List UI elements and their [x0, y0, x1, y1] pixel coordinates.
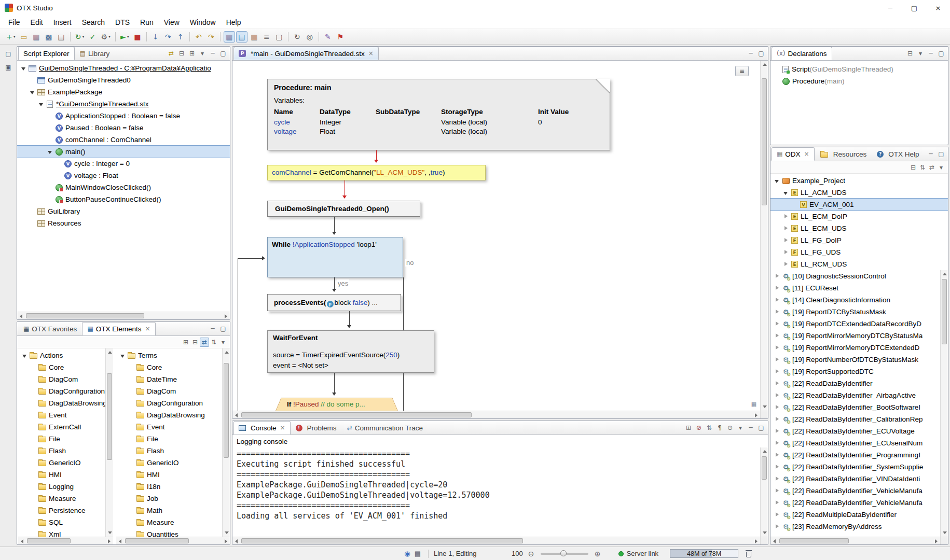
tree-item[interactable]: ApplicationStopped : Boolean = false	[17, 110, 230, 122]
tree-item[interactable]: DateTime	[116, 373, 222, 385]
twisty-icon[interactable]	[781, 236, 790, 245]
stop-button[interactable]: ■	[132, 31, 143, 43]
tree-item[interactable]: Quantities	[116, 528, 222, 537]
view-menu-icon[interactable]: ▾	[937, 163, 946, 172]
tree-item[interactable]: LL_ECM_DoIP	[770, 211, 948, 222]
while-loop-node[interactable]: While !ApplicationStopped 'loop1'	[267, 237, 403, 277]
tree-item[interactable]: I18n	[116, 481, 222, 493]
tree-item[interactable]: HMI	[18, 469, 105, 481]
odx-vscrollbar[interactable]	[940, 270, 948, 537]
assignment-node[interactable]: comChannel = GetComChannel("LL_ACM_UDS",…	[267, 165, 486, 180]
maximize-icon[interactable]: ▢	[218, 324, 228, 333]
tree-item[interactable]: comChannel : ComChannel	[17, 134, 230, 146]
terms-hscrollbar[interactable]	[116, 537, 230, 544]
tree-item[interactable]: ExternCall	[18, 421, 105, 433]
twisty-icon[interactable]	[781, 248, 790, 257]
expand-all-icon[interactable]: ⊞	[181, 338, 190, 347]
tree-item[interactable]: [23] ReadMemoryByAddress	[770, 521, 940, 533]
scroll-down-icon[interactable]	[761, 529, 768, 537]
save-all-button[interactable]: ▩	[43, 31, 54, 43]
tree-item[interactable]: Persistence	[18, 505, 105, 516]
twisty-icon[interactable]	[773, 307, 781, 316]
console-vscrollbar[interactable]	[760, 447, 768, 537]
actions-vscrollbar[interactable]	[105, 348, 113, 537]
twisty-icon[interactable]	[773, 403, 781, 412]
scroll-right-icon[interactable]	[222, 312, 230, 320]
maximize-icon[interactable]: ▢	[756, 49, 766, 58]
twisty-icon[interactable]	[773, 415, 781, 424]
tree-item[interactable]: GenericIO	[116, 457, 222, 469]
tree-item[interactable]: MainWindowCloseClicked()	[17, 181, 230, 193]
tree-item[interactable]: LL_FG_UDS	[770, 246, 948, 258]
sort-icon[interactable]: ⇅	[918, 163, 927, 172]
tree-item[interactable]: GuiDemoSingleThreaded0	[17, 74, 230, 86]
tree-item[interactable]: [22] ReadDataByIdentifier_VehicleManufa	[770, 497, 940, 509]
redo-button[interactable]: ↷	[205, 31, 217, 43]
tree-item[interactable]: [22] ReadDataByIdentifier_SystemSupplie	[770, 461, 940, 473]
tree-item[interactable]: GenericIO	[18, 457, 105, 469]
tab-problems[interactable]: Problems	[291, 421, 342, 435]
tree-item[interactable]: LL_FG_DoIP	[770, 234, 948, 246]
twisty-icon[interactable]	[773, 486, 781, 495]
tree-item[interactable]: File	[116, 433, 222, 445]
collapse-all-icon[interactable]: ⊟	[190, 338, 200, 347]
tree-item[interactable]: Script (GuiDemoSingleThreaded)	[770, 63, 948, 75]
tree-item[interactable]: ButtonPauseContinueClicked()	[17, 193, 230, 205]
close-icon[interactable]	[368, 50, 374, 57]
new-wizard-button[interactable]: +▾	[5, 31, 17, 43]
scroll-right-icon[interactable]	[932, 537, 940, 545]
diagram-view-button[interactable]: ▦	[224, 31, 235, 43]
tab-odx[interactable]: ▦ODX	[772, 147, 815, 161]
view-menu-icon[interactable]: ▾	[198, 49, 207, 58]
tree-item[interactable]: [11] ECUReset	[770, 282, 940, 294]
tree-item[interactable]: LL_RCM_UDS	[770, 258, 948, 270]
tree-item[interactable]: DiagCom	[116, 385, 222, 397]
script-explorer-tree[interactable]: GuiDemoSingleThreaded - C:¥ProgramData¥A…	[17, 61, 230, 312]
tree-item[interactable]: Procedure (main)	[770, 75, 948, 87]
tree-item[interactable]: [19] ReportMirrorMemoryDTCByStatusMa	[770, 330, 940, 342]
wait-for-event-node[interactable]: WaitForEvent source = TimerExpiredEventS…	[267, 330, 434, 373]
tree-item[interactable]: [19] ReportDTCByStatusMask	[770, 306, 940, 318]
twisty-icon[interactable]	[781, 260, 790, 269]
twisty-icon[interactable]	[28, 88, 37, 96]
tree-item[interactable]: GuiLibrary	[17, 205, 230, 217]
scroll-left-icon[interactable]	[770, 537, 778, 545]
tree-item[interactable]: Flash	[18, 445, 105, 457]
declarations-list[interactable]: Script (GuiDemoSingleThreaded)Procedure …	[770, 61, 948, 145]
minimize-icon[interactable]: ─	[746, 49, 755, 58]
tree-item[interactable]: Logging	[18, 481, 105, 493]
tree-item[interactable]: Flash	[116, 445, 222, 457]
save-button[interactable]: ▦	[31, 31, 42, 43]
tree-item[interactable]: DiagConfiguration	[18, 385, 105, 397]
list-view-button[interactable]: ≡	[261, 31, 272, 43]
close-window-button[interactable]: ×	[926, 0, 950, 16]
scroll-right-icon[interactable]	[752, 411, 760, 419]
twisty-icon[interactable]	[773, 379, 781, 388]
twisty-icon[interactable]	[781, 224, 790, 233]
scroll-thumb[interactable]	[107, 373, 112, 460]
twisty-icon[interactable]	[773, 463, 781, 471]
sync-button[interactable]: ↻	[292, 31, 303, 43]
process-events-node[interactable]: processEvents(block false) ...	[267, 294, 401, 311]
build-button[interactable]: ⚙▾	[100, 31, 113, 43]
restore-views-icon[interactable]: ▢	[4, 49, 13, 59]
tree-item[interactable]: Resources	[17, 217, 230, 229]
scroll-thumb[interactable]	[762, 456, 767, 480]
tree-item[interactable]: *GuiDemoSingleThreaded.stx	[17, 98, 230, 110]
tree-item[interactable]: voltage : Float	[17, 170, 230, 181]
twisty-icon[interactable]	[19, 64, 28, 73]
new-console-icon[interactable]: ⊞	[684, 423, 693, 432]
print-button[interactable]: ▤	[56, 31, 67, 43]
twisty-icon[interactable]	[773, 439, 781, 447]
close-icon[interactable]	[145, 325, 150, 332]
outline-view-button[interactable]: ▤	[236, 31, 247, 43]
odx-project-tree[interactable]: Example_ProjectLL_ACM_UDSEV_ACM_001LL_EC…	[770, 174, 948, 270]
tree-item[interactable]: [19] ReportDTCExtendedDataRecordByD	[770, 318, 940, 330]
tab-otx-help[interactable]: OTX Help	[872, 147, 924, 161]
close-icon[interactable]	[804, 150, 809, 158]
tree-item[interactable]: DiagDataBrowsing	[18, 397, 105, 409]
twisty-icon[interactable]	[781, 188, 790, 197]
scroll-left-icon[interactable]	[232, 411, 240, 419]
tree-item[interactable]: Xml	[18, 528, 105, 537]
locate-button[interactable]: ◎	[304, 31, 315, 43]
